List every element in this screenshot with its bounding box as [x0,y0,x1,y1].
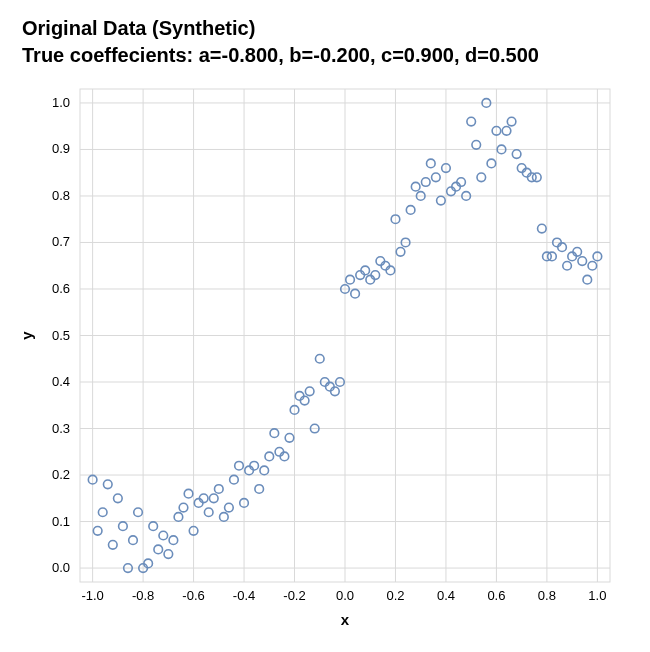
svg-text:y: y [18,331,35,340]
chart-svg: -1.0-0.8-0.6-0.4-0.20.00.20.40.60.81.00.… [10,77,630,637]
chart-title-block: Original Data (Synthetic) True coeffecie… [22,15,640,69]
svg-point-124 [477,173,486,182]
svg-point-144 [578,257,587,266]
svg-point-59 [149,522,158,531]
svg-text:0.6: 0.6 [487,588,505,603]
svg-text:-0.2: -0.2 [283,588,305,603]
svg-point-113 [421,178,430,187]
svg-point-129 [502,127,511,136]
svg-point-48 [93,527,102,536]
svg-text:1.0: 1.0 [588,588,606,603]
coeff-prefix: True coeffecients: [22,44,199,66]
svg-point-64 [174,513,183,522]
svg-point-66 [184,489,193,498]
svg-point-65 [179,503,188,512]
svg-text:0.8: 0.8 [52,188,70,203]
svg-point-108 [396,247,405,256]
svg-point-130 [507,117,516,126]
svg-text:0.2: 0.2 [386,588,404,603]
svg-point-115 [432,173,441,182]
svg-point-92 [315,354,324,363]
svg-point-71 [209,494,218,503]
scatter-chart: -1.0-0.8-0.6-0.4-0.20.00.20.40.60.81.00.… [10,77,630,637]
svg-point-51 [109,540,118,549]
svg-text:x: x [341,611,350,628]
svg-text:-0.8: -0.8 [132,588,154,603]
svg-point-49 [98,508,107,517]
svg-point-60 [154,545,163,554]
svg-point-83 [270,429,279,438]
svg-point-53 [119,522,128,531]
svg-point-136 [538,224,547,233]
svg-point-73 [220,513,229,522]
svg-point-111 [411,182,420,191]
svg-text:-1.0: -1.0 [81,588,103,603]
svg-text:-0.6: -0.6 [182,588,204,603]
svg-point-90 [305,387,314,396]
svg-text:0.3: 0.3 [52,421,70,436]
svg-point-131 [512,150,521,159]
svg-text:-0.4: -0.4 [233,588,255,603]
svg-point-81 [260,466,269,475]
svg-point-116 [437,196,446,205]
svg-point-99 [351,289,360,298]
svg-point-55 [129,536,138,545]
svg-point-122 [467,117,476,126]
svg-point-72 [215,485,224,494]
svg-text:0.9: 0.9 [52,141,70,156]
svg-text:0.2: 0.2 [52,467,70,482]
svg-point-76 [235,461,244,470]
svg-point-74 [225,503,234,512]
svg-point-114 [427,159,436,168]
chart-title: Original Data (Synthetic) [22,15,640,42]
svg-text:0.8: 0.8 [538,588,556,603]
svg-point-61 [159,531,168,540]
svg-point-75 [230,475,239,484]
svg-point-50 [103,480,112,489]
svg-text:0.4: 0.4 [437,588,455,603]
svg-point-82 [265,452,274,461]
svg-point-52 [114,494,123,503]
svg-point-145 [583,275,592,284]
coeff-values: a=-0.800, b=-0.200, c=0.900, d=0.500 [199,44,539,66]
chart-subtitle: True coeffecients: a=-0.800, b=-0.200, c… [22,42,640,69]
svg-point-110 [406,206,415,215]
svg-text:1.0: 1.0 [52,95,70,110]
svg-point-80 [255,485,264,494]
svg-point-70 [204,508,213,517]
svg-point-146 [588,261,597,270]
svg-point-126 [487,159,496,168]
svg-point-98 [346,275,355,284]
svg-point-86 [285,434,294,443]
svg-text:0.7: 0.7 [52,234,70,249]
svg-text:0.5: 0.5 [52,328,70,343]
svg-point-141 [563,261,572,270]
svg-text:0.0: 0.0 [336,588,354,603]
svg-text:0.6: 0.6 [52,281,70,296]
svg-point-56 [134,508,143,517]
svg-text:0.4: 0.4 [52,374,70,389]
svg-point-63 [169,536,178,545]
svg-text:0.1: 0.1 [52,514,70,529]
svg-text:0.0: 0.0 [52,560,70,575]
svg-point-123 [472,141,481,150]
svg-point-62 [164,550,173,559]
